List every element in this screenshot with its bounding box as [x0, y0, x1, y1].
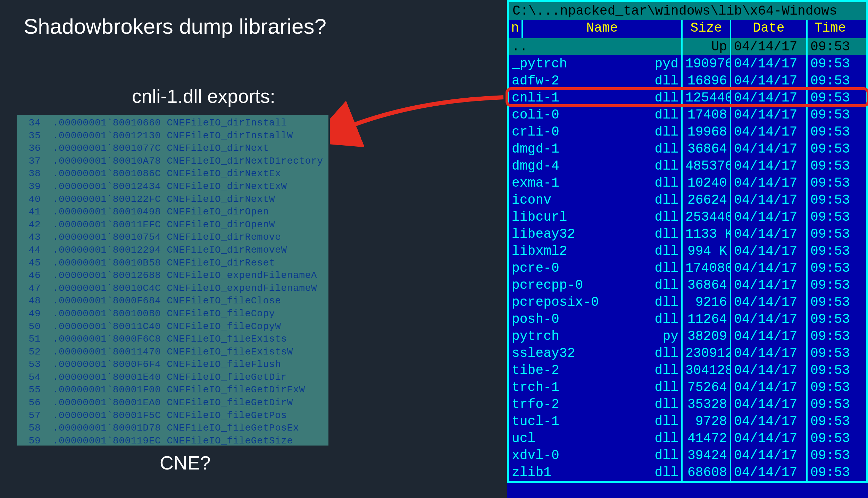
header-name[interactable]: Name	[523, 20, 681, 38]
file-date: 04/14/17	[731, 72, 808, 89]
file-time: 09:53	[808, 55, 853, 72]
export-line: 48 .00000001`8000F684 CNEFileIO_fileClos…	[17, 295, 328, 308]
file-ext: dll	[653, 209, 678, 226]
file-date: 04/14/17	[731, 362, 808, 379]
file-row-highlighted[interactable]: cnli-1dll12544004/14/1709:53	[509, 89, 866, 106]
file-name: trfo-2	[512, 396, 653, 413]
export-line: 35 .00000001`80012130 CNEFileIO_dirInsta…	[17, 130, 328, 142]
export-line: 49 .00000001`800100B0 CNEFileIO_fileCopy	[17, 308, 328, 320]
header-date[interactable]: Date	[731, 20, 808, 38]
arrow-annotation	[330, 87, 510, 156]
file-row[interactable]: trch-1dll7526404/14/1709:53	[509, 379, 866, 396]
file-row[interactable]: trfo-2dll3532804/14/1709:53	[509, 396, 866, 413]
file-row[interactable]: dmgd-4dll48537604/14/1709:53	[509, 157, 866, 174]
file-time: 09:53	[808, 328, 853, 345]
file-name: zlib1	[512, 464, 653, 481]
column-headers[interactable]: n Name Size Date Time	[507, 20, 868, 38]
file-row[interactable]: ..Up04/14/1709:53	[509, 38, 866, 55]
file-size: 174080	[683, 260, 731, 277]
file-time: 09:53	[808, 123, 853, 140]
export-line: 53 .00000001`8000F6F4 CNEFileIO_fileFlus…	[17, 358, 328, 371]
file-row[interactable]: zlib1dll6860804/14/1709:53	[509, 464, 866, 481]
file-row[interactable]: _pytrchpyd19097604/14/1709:53	[509, 55, 866, 72]
file-row[interactable]: pcrecpp-0dll3686404/14/1709:53	[509, 277, 866, 294]
file-size: 36864	[683, 140, 731, 157]
file-name: tibe-2	[512, 362, 653, 379]
file-row[interactable]: pcreposix-0dll921604/14/1709:53	[509, 294, 866, 311]
file-time: 09:53	[808, 226, 853, 243]
export-line: 36 .00000001`8001077C CNEFileIO_dirNext	[17, 142, 328, 155]
file-row[interactable]: ssleay32dll23091204/14/1709:53	[509, 345, 866, 362]
export-line: 51 .00000001`8000F6C8 CNEFileIO_fileExis…	[17, 333, 328, 346]
file-row[interactable]: dmgd-1dll3686404/14/1709:53	[509, 140, 866, 157]
file-ext: dll	[653, 311, 678, 328]
file-size: 26624	[683, 191, 731, 209]
file-date: 04/14/17	[731, 140, 808, 157]
file-name: _pytrch	[512, 55, 653, 72]
file-name: pcrecpp-0	[512, 277, 653, 294]
export-line: 45 .00000001`80010B58 CNEFileIO_dirReset	[17, 257, 328, 270]
file-time: 09:53	[808, 209, 853, 226]
path-bar[interactable]: C:\...npacked_tar\windows\lib\x64-Window…	[507, 0, 868, 20]
slide: Shadowbrokers dump libraries? cnli-1.dll…	[0, 0, 868, 498]
file-date: 04/14/17	[731, 328, 808, 345]
file-name: ssleay32	[512, 345, 653, 362]
file-size: 253440	[683, 209, 731, 226]
file-date: 04/14/17	[731, 89, 808, 106]
file-time: 09:53	[808, 362, 853, 379]
file-row[interactable]: xdvl-0dll3942404/14/1709:53	[509, 447, 866, 464]
file-row[interactable]: pcre-0dll17408004/14/1709:53	[509, 260, 866, 277]
file-size: 9728	[683, 413, 731, 430]
file-ext: dll	[653, 430, 678, 447]
file-ext: dll	[653, 379, 678, 396]
file-row[interactable]: coli-0dll1740804/14/1709:53	[509, 106, 866, 123]
header-size[interactable]: Size	[683, 20, 731, 38]
file-ext: py	[660, 328, 678, 345]
file-row[interactable]: iconvdll2662404/14/1709:53	[509, 191, 866, 209]
file-date: 04/14/17	[731, 345, 808, 362]
file-name: libcurl	[512, 209, 653, 226]
file-ext: dll	[653, 106, 678, 123]
file-size: 17408	[683, 106, 731, 123]
file-ext: dll	[653, 226, 678, 243]
file-row[interactable]: adfw-2dll1689604/14/1709:53	[509, 72, 866, 89]
file-row[interactable]: ucldll4147204/14/1709:53	[509, 430, 866, 447]
cne-heading: CNE?	[160, 452, 211, 474]
file-row[interactable]: tucl-1dll972804/14/1709:53	[509, 413, 866, 430]
file-name: libeay32	[512, 226, 653, 243]
file-row[interactable]: tibe-2dll30412804/14/1709:53	[509, 362, 866, 379]
header-n[interactable]: n	[509, 20, 523, 38]
file-name: dmgd-1	[512, 140, 653, 157]
file-ext: dll	[653, 123, 678, 140]
file-date: 04/14/17	[731, 38, 808, 55]
file-date: 04/14/17	[731, 311, 808, 328]
file-time: 09:53	[808, 277, 853, 294]
file-row[interactable]: libxml2dll994 K04/14/1709:53	[509, 243, 866, 260]
file-row[interactable]: libcurldll25344004/14/1709:53	[509, 209, 866, 226]
file-row[interactable]: exma-1dll1024004/14/1709:53	[509, 174, 866, 191]
export-line: 41 .00000001`80010498 CNEFileIO_dirOpen	[17, 206, 328, 219]
file-size: 38209	[683, 328, 731, 345]
file-row[interactable]: crli-0dll1996804/14/1709:53	[509, 123, 866, 140]
file-size: 9216	[683, 294, 731, 311]
file-time: 09:53	[808, 396, 853, 413]
file-name: iconv	[512, 191, 653, 209]
file-time: 09:53	[808, 311, 853, 328]
file-size: 1133 K	[683, 226, 731, 243]
file-row[interactable]: libeay32dll1133 K04/14/1709:53	[509, 226, 866, 243]
file-ext: dll	[653, 260, 678, 277]
file-name: coli-0	[512, 106, 653, 123]
slide-title: Shadowbrokers dump libraries?	[24, 14, 326, 39]
header-time[interactable]: Time	[808, 20, 853, 38]
file-time: 09:53	[808, 174, 853, 191]
export-line: 52 .00000001`80011470 CNEFileIO_fileExis…	[17, 346, 328, 359]
file-time: 09:53	[808, 89, 853, 106]
file-ext: dll	[653, 140, 678, 157]
file-row[interactable]: posh-0dll1126404/14/1709:53	[509, 311, 866, 328]
file-ext: dll	[653, 72, 678, 89]
file-name: cnli-1	[512, 89, 653, 106]
export-line: 56 .00000001`80001EA0 CNEFileIO_fileGetD…	[17, 397, 328, 409]
file-time: 09:53	[808, 464, 853, 481]
file-row[interactable]: pytrchpy3820904/14/1709:53	[509, 328, 866, 345]
file-date: 04/14/17	[731, 243, 808, 260]
